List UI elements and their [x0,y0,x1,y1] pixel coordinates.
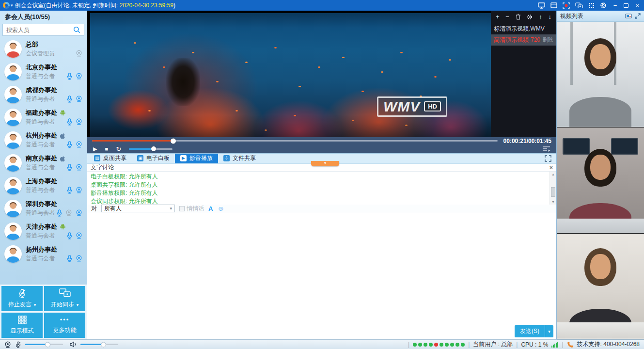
remove-media-button[interactable]: − [505,14,509,20]
search-input[interactable] [6,27,71,33]
volume-handle[interactable] [151,146,156,151]
chat-close-icon[interactable]: × [549,164,553,171]
volume-slider[interactable] [129,148,173,150]
video-display[interactable]: WMV HD [87,11,491,137]
send-options-chevron-icon[interactable]: ▾ [545,325,553,337]
participant-row[interactable]: 南京办事处 普通与会者 [0,151,87,174]
feature-tab[interactable]: ▣ 电子白板 [132,154,175,163]
participant-row[interactable]: 成都办事处 普通与会者 [0,83,87,106]
video-thumbnail-3[interactable] [557,234,644,339]
speaker-volume-slider[interactable] [80,344,118,345]
loop-button[interactable]: ↻ [116,146,121,152]
participant-row[interactable]: 上海办事处 普通与会者 [0,174,87,197]
feature-tab[interactable]: ⇩ 文件共享 [218,154,261,163]
microphone-icon[interactable] [67,141,72,148]
webcam-icon[interactable] [76,187,82,193]
video-thumbnail-1[interactable] [557,22,644,127]
feature-tab[interactable]: ▤ 桌面共享 [89,154,132,163]
webcam-disabled-icon[interactable] [65,209,72,216]
add-media-button[interactable]: + [496,14,500,20]
search-icon[interactable] [73,26,80,33]
microphone-icon[interactable] [67,95,72,103]
whisper-option[interactable]: 悄悄话 [179,205,204,213]
participant-row[interactable]: 杭州办事处 普通与会者 [0,128,87,151]
move-down-button[interactable]: ↓ [548,14,551,20]
participant-row[interactable]: 福建办事处 普通与会者 [0,106,87,128]
move-up-button[interactable]: ↑ [539,14,542,20]
webcam-icon[interactable] [76,255,82,262]
speaker-volume-handle[interactable] [101,342,106,347]
microphone-icon[interactable] [67,73,72,80]
webcam-icon[interactable] [76,141,82,148]
chat-scrollbar[interactable]: ▲ ▼ [550,172,556,205]
webcam-icon[interactable] [76,164,82,171]
settings-gear-icon[interactable] [600,2,607,9]
send-button[interactable]: 发送(S) ▾ [515,325,553,337]
microphone-muted-icon[interactable] [15,341,21,348]
microphone-icon[interactable] [67,118,72,126]
speaker-icon[interactable] [70,341,77,348]
microphone-icon[interactable] [67,232,72,239]
participant-row[interactable]: 北京办事处 普通与会者 [0,60,87,83]
microphone-icon[interactable] [67,187,72,194]
mic-volume-slider[interactable] [25,344,63,345]
clear-playlist-button[interactable] [516,14,521,20]
meeting-app-window: ▾ 例会会议室(自由讨论, 未锁定, 到期时间: 2020-04-30 23:5… [0,0,644,349]
webcam-icon[interactable] [76,232,82,239]
participant-row[interactable]: 总部 会议管理员 [0,37,87,60]
current-user: 当前用户 : 总部 [473,340,513,349]
webcam-disabled-icon[interactable] [76,50,82,57]
screen-capture-icon[interactable] [538,2,545,9]
start-sync-button[interactable]: 开始同步▾ [44,286,85,311]
maximize-button[interactable] [624,2,628,9]
window-capture-icon[interactable] [550,2,557,8]
seek-bar[interactable] [92,140,498,142]
scroll-down-icon[interactable]: ▼ [551,200,555,204]
logo-menu-chevron-icon[interactable]: ▾ [11,3,13,8]
panel-drag-handle[interactable]: ▾ [311,161,339,166]
microphone-icon[interactable] [57,209,62,217]
webcam-status-icon[interactable] [4,341,11,348]
emoji-button[interactable]: ☺ [217,205,224,212]
stop-button[interactable]: ■ [105,146,108,152]
playlist-settings-icon[interactable] [527,14,533,20]
participant-row[interactable]: 深圳办事处 普通与会者 [0,197,87,220]
scrollbar-thumb[interactable] [551,187,555,197]
display-mode-button[interactable]: 显示模式 [1,313,43,338]
webcam-icon[interactable] [76,95,82,102]
play-button[interactable]: ▶ [93,146,97,152]
participant-row[interactable]: 扬州办事处 普通与会者 [0,242,87,265]
stop-speaking-button[interactable]: 停止发言▾ [1,286,43,311]
more-features-button[interactable]: ••• 更多功能 [44,313,85,338]
webcam-icon[interactable] [76,73,82,79]
participant-row[interactable]: 天津办事处 普通与会者 [0,220,87,242]
fullscreen-icon[interactable] [545,155,551,162]
microphone-icon[interactable] [67,255,72,262]
playlist-toggle-icon[interactable] [542,146,550,152]
playlist-item[interactable]: 高清演示视频-720P.wmv 删除 [491,34,556,46]
font-style-button[interactable]: A [208,205,213,212]
feature-tab[interactable]: ▶ 影音播放 [175,154,218,163]
record-icon[interactable] [563,2,570,9]
seek-handle[interactable] [171,138,176,143]
microphone-icon[interactable] [67,164,72,171]
minimize-button[interactable]: − [613,2,617,9]
delete-item-button[interactable]: 删除 [543,34,553,46]
mic-volume-handle[interactable] [45,342,50,347]
recipient-select[interactable]: 所有人 ▾ [101,205,175,212]
playlist-item[interactable]: 标清演示视频.WMV [491,23,556,34]
screen-broadcast-icon[interactable] [575,2,583,9]
video-mode-icon[interactable] [625,14,632,19]
chat-text-input[interactable] [87,213,556,340]
close-button[interactable]: × [635,2,639,9]
webcam-icon[interactable] [76,118,82,125]
whisper-checkbox[interactable] [179,206,185,211]
video-thumbnail-2[interactable] [557,127,644,233]
whisper-label: 悄悄话 [187,205,204,213]
pixel-grid-icon[interactable] [588,2,595,9]
scroll-up-icon[interactable]: ▲ [551,173,555,176]
participant-name: 杭州办事处 [26,131,57,140]
expand-panel-icon[interactable] [635,13,641,19]
webcam-icon[interactable] [76,209,82,216]
participants-sidebar: 参会人员(10/55) 总部 [0,11,87,339]
